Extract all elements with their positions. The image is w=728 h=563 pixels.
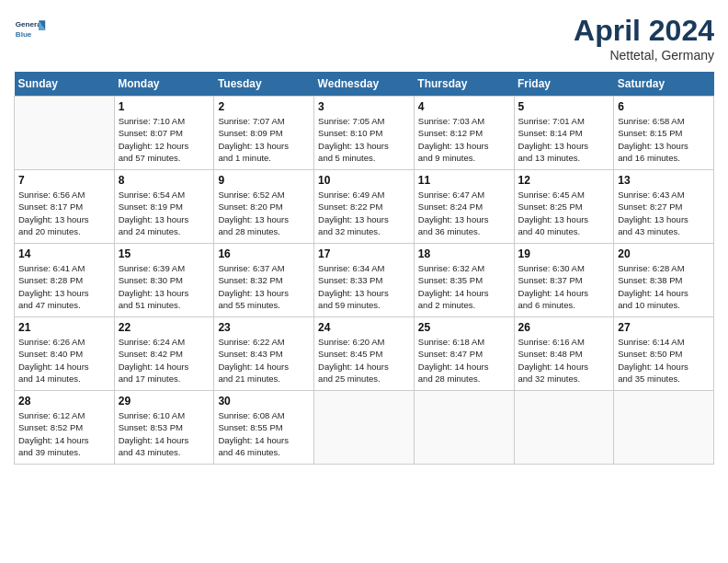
calendar-week-row-5: 28Sunrise: 6:12 AM Sunset: 8:52 PM Dayli…: [15, 391, 714, 465]
calendar-week-row-1: 1Sunrise: 7:10 AM Sunset: 8:07 PM Daylig…: [15, 97, 714, 170]
day-info: Sunrise: 6:30 AM Sunset: 8:37 PM Dayligh…: [518, 262, 610, 311]
calendar-cell: 27Sunrise: 6:14 AM Sunset: 8:50 PM Dayli…: [614, 317, 714, 391]
day-info: Sunrise: 6:34 AM Sunset: 8:33 PM Dayligh…: [318, 262, 410, 311]
day-number: 4: [418, 100, 510, 113]
day-info: Sunrise: 6:52 AM Sunset: 8:20 PM Dayligh…: [218, 189, 310, 237]
calendar-weekday-monday: Monday: [114, 72, 214, 97]
day-number: 30: [218, 395, 310, 408]
day-number: 3: [318, 100, 410, 113]
day-number: 9: [218, 174, 310, 187]
day-info: Sunrise: 6:20 AM Sunset: 8:45 PM Dayligh…: [318, 336, 410, 385]
day-number: 8: [119, 174, 210, 187]
day-info: Sunrise: 6:37 AM Sunset: 8:32 PM Dayligh…: [218, 262, 310, 311]
calendar-cell: 22Sunrise: 6:24 AM Sunset: 8:42 PM Dayli…: [114, 317, 214, 391]
calendar-weekday-wednesday: Wednesday: [314, 72, 415, 97]
calendar-cell: 20Sunrise: 6:28 AM Sunset: 8:38 PM Dayli…: [614, 244, 714, 317]
logo-icon: General Blue: [14, 14, 47, 47]
day-info: Sunrise: 7:07 AM Sunset: 8:09 PM Dayligh…: [218, 115, 310, 164]
calendar-table: SundayMondayTuesdayWednesdayThursdayFrid…: [14, 72, 714, 465]
title-block: April 2024 Nettetal, Germany: [574, 14, 714, 63]
day-info: Sunrise: 7:10 AM Sunset: 8:07 PM Dayligh…: [119, 115, 210, 164]
day-number: 28: [18, 395, 110, 408]
calendar-weekday-saturday: Saturday: [614, 72, 714, 97]
page: General Blue April 2024 Nettetal, German…: [0, 0, 728, 563]
logo: General Blue: [14, 14, 47, 47]
calendar-cell: 10Sunrise: 6:49 AM Sunset: 8:22 PM Dayli…: [314, 170, 415, 244]
day-info: Sunrise: 6:28 AM Sunset: 8:38 PM Dayligh…: [618, 262, 710, 311]
header: General Blue April 2024 Nettetal, German…: [14, 14, 714, 63]
day-info: Sunrise: 6:56 AM Sunset: 8:17 PM Dayligh…: [18, 189, 110, 237]
calendar-cell: 16Sunrise: 6:37 AM Sunset: 8:32 PM Dayli…: [214, 244, 314, 317]
day-number: 18: [418, 247, 510, 260]
month-title: April 2024: [574, 14, 714, 48]
calendar-cell: 2Sunrise: 7:07 AM Sunset: 8:09 PM Daylig…: [214, 97, 314, 170]
day-number: 7: [18, 174, 110, 187]
calendar-cell: 14Sunrise: 6:41 AM Sunset: 8:28 PM Dayli…: [15, 244, 115, 317]
calendar-cell: 4Sunrise: 7:03 AM Sunset: 8:12 PM Daylig…: [414, 97, 514, 170]
day-info: Sunrise: 6:49 AM Sunset: 8:22 PM Dayligh…: [318, 189, 410, 237]
day-info: Sunrise: 6:12 AM Sunset: 8:52 PM Dayligh…: [18, 409, 110, 458]
calendar-cell: 5Sunrise: 7:01 AM Sunset: 8:14 PM Daylig…: [514, 97, 614, 170]
day-info: Sunrise: 6:47 AM Sunset: 8:24 PM Dayligh…: [418, 189, 510, 237]
calendar-cell: 6Sunrise: 6:58 AM Sunset: 8:15 PM Daylig…: [614, 97, 714, 170]
calendar-cell: [514, 391, 614, 465]
day-number: 2: [218, 100, 310, 113]
day-info: Sunrise: 6:39 AM Sunset: 8:30 PM Dayligh…: [119, 262, 210, 311]
calendar-cell: 9Sunrise: 6:52 AM Sunset: 8:20 PM Daylig…: [214, 170, 314, 244]
day-number: 12: [518, 174, 610, 187]
calendar-cell: 17Sunrise: 6:34 AM Sunset: 8:33 PM Dayli…: [314, 244, 415, 317]
day-number: 21: [18, 321, 110, 334]
calendar-cell: 25Sunrise: 6:18 AM Sunset: 8:47 PM Dayli…: [414, 317, 514, 391]
calendar-cell: [314, 391, 415, 465]
calendar-cell: 30Sunrise: 6:08 AM Sunset: 8:55 PM Dayli…: [214, 391, 314, 465]
day-number: 11: [418, 174, 510, 187]
day-info: Sunrise: 6:14 AM Sunset: 8:50 PM Dayligh…: [618, 336, 710, 385]
svg-text:Blue: Blue: [16, 30, 32, 39]
calendar-cell: 24Sunrise: 6:20 AM Sunset: 8:45 PM Dayli…: [314, 317, 415, 391]
day-info: Sunrise: 6:32 AM Sunset: 8:35 PM Dayligh…: [418, 262, 510, 311]
calendar-weekday-thursday: Thursday: [414, 72, 514, 97]
calendar-cell: 29Sunrise: 6:10 AM Sunset: 8:53 PM Dayli…: [114, 391, 214, 465]
day-info: Sunrise: 6:54 AM Sunset: 8:19 PM Dayligh…: [119, 189, 210, 237]
day-info: Sunrise: 6:58 AM Sunset: 8:15 PM Dayligh…: [618, 115, 710, 164]
day-number: 24: [318, 321, 410, 334]
calendar-week-row-2: 7Sunrise: 6:56 AM Sunset: 8:17 PM Daylig…: [15, 170, 714, 244]
day-info: Sunrise: 7:01 AM Sunset: 8:14 PM Dayligh…: [518, 115, 610, 164]
day-number: 1: [119, 100, 210, 113]
calendar-header-row: SundayMondayTuesdayWednesdayThursdayFrid…: [15, 72, 714, 97]
calendar-cell: 26Sunrise: 6:16 AM Sunset: 8:48 PM Dayli…: [514, 317, 614, 391]
calendar-cell: 15Sunrise: 6:39 AM Sunset: 8:30 PM Dayli…: [114, 244, 214, 317]
day-info: Sunrise: 6:18 AM Sunset: 8:47 PM Dayligh…: [418, 336, 510, 385]
day-number: 13: [618, 174, 710, 187]
day-info: Sunrise: 7:05 AM Sunset: 8:10 PM Dayligh…: [318, 115, 410, 164]
day-number: 16: [218, 247, 310, 260]
day-info: Sunrise: 6:10 AM Sunset: 8:53 PM Dayligh…: [119, 409, 210, 458]
calendar-cell: 1Sunrise: 7:10 AM Sunset: 8:07 PM Daylig…: [114, 97, 214, 170]
day-number: 26: [518, 321, 610, 334]
day-number: 6: [618, 100, 710, 113]
day-info: Sunrise: 6:43 AM Sunset: 8:27 PM Dayligh…: [618, 189, 710, 237]
calendar-cell: 7Sunrise: 6:56 AM Sunset: 8:17 PM Daylig…: [15, 170, 115, 244]
day-number: 15: [119, 247, 210, 260]
calendar-weekday-friday: Friday: [514, 72, 614, 97]
day-number: 22: [119, 321, 210, 334]
calendar-cell: [414, 391, 514, 465]
calendar-cell: 23Sunrise: 6:22 AM Sunset: 8:43 PM Dayli…: [214, 317, 314, 391]
calendar-cell: 21Sunrise: 6:26 AM Sunset: 8:40 PM Dayli…: [15, 317, 115, 391]
day-number: 14: [18, 247, 110, 260]
calendar-weekday-sunday: Sunday: [15, 72, 115, 97]
calendar-cell: [15, 97, 115, 170]
day-info: Sunrise: 6:26 AM Sunset: 8:40 PM Dayligh…: [18, 336, 110, 385]
day-number: 5: [518, 100, 610, 113]
day-number: 29: [119, 395, 210, 408]
day-number: 27: [618, 321, 710, 334]
calendar-cell: 8Sunrise: 6:54 AM Sunset: 8:19 PM Daylig…: [114, 170, 214, 244]
day-number: 25: [418, 321, 510, 334]
calendar-cell: 18Sunrise: 6:32 AM Sunset: 8:35 PM Dayli…: [414, 244, 514, 317]
day-number: 23: [218, 321, 310, 334]
day-info: Sunrise: 6:22 AM Sunset: 8:43 PM Dayligh…: [218, 336, 310, 385]
day-info: Sunrise: 6:41 AM Sunset: 8:28 PM Dayligh…: [18, 262, 110, 311]
calendar-cell: [614, 391, 714, 465]
day-number: 17: [318, 247, 410, 260]
location: Nettetal, Germany: [574, 48, 714, 63]
